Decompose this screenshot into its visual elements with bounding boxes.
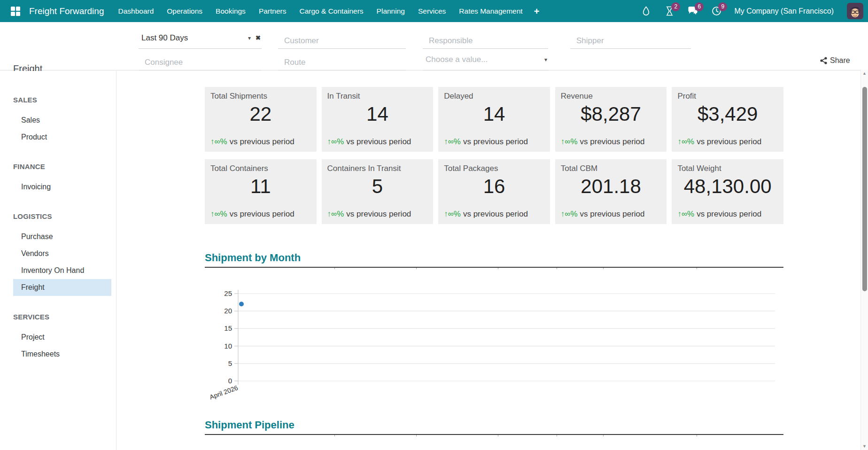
sidebar-item-invoicing[interactable]: Invoicing <box>0 178 116 195</box>
main-menu: Dashboard Operations Bookings Partners C… <box>118 7 522 16</box>
user-avatar[interactable] <box>847 3 863 19</box>
share-icon <box>820 57 827 64</box>
share-button[interactable]: Share <box>820 56 850 65</box>
svg-text:10: 10 <box>224 342 232 350</box>
nav-item-planning[interactable]: Planning <box>377 7 405 16</box>
apps-grid-icon[interactable] <box>8 4 23 18</box>
kpi-label: Total Shipments <box>210 92 311 101</box>
sidebar-section-finance: FINANCE Invoicing <box>0 163 116 195</box>
nav-item-dashboard[interactable]: Dashboard <box>118 7 154 16</box>
trend-up-icon: ↑∞% <box>677 137 694 146</box>
kpi-trend: ↑∞%vs previous period <box>210 137 311 147</box>
kpi-value: 5 <box>327 175 428 198</box>
svg-text:5: 5 <box>228 359 232 367</box>
trend-text: vs previous period <box>230 209 294 218</box>
svg-text:April 2026: April 2026 <box>209 384 239 401</box>
chevron-down-icon[interactable]: ▾ <box>248 35 251 41</box>
clear-filter-icon[interactable]: ✖ <box>256 34 261 41</box>
consignee-input[interactable] <box>139 54 262 70</box>
nav-item-bookings[interactable]: Bookings <box>216 7 246 16</box>
trend-up-icon: ↑∞% <box>444 137 461 146</box>
kpi-trend: ↑∞%vs previous period <box>677 137 778 147</box>
sidebar-item-purchase[interactable]: Purchase <box>0 228 116 245</box>
customer-input[interactable] <box>278 33 406 48</box>
chevron-down-icon[interactable]: ▾ <box>544 56 547 63</box>
sidebar-item-vendors[interactable]: Vendors <box>0 245 116 262</box>
kpi-label: Revenue <box>561 92 661 101</box>
kpi-value: 48,130.00 <box>677 175 778 198</box>
customer-filter <box>278 33 406 49</box>
sidebar-item-timesheets[interactable]: Timesheets <box>0 346 116 363</box>
responsible-input[interactable] <box>423 33 548 48</box>
kpi-value: 14 <box>327 103 428 125</box>
nav-item-cargo-containers[interactable]: Cargo & Containers <box>299 7 363 16</box>
vertical-scrollbar[interactable]: ▲ ▼ <box>860 70 868 450</box>
droplet-glyph <box>642 6 650 16</box>
scroll-down-arrow-icon[interactable]: ▼ <box>861 442 868 450</box>
kpi-value: $3,429 <box>677 103 778 125</box>
shipper-filter <box>570 33 691 49</box>
choose-value-select[interactable]: Choose a value... ▾ <box>423 54 548 70</box>
nav-item-services[interactable]: Services <box>418 7 446 16</box>
nav-item-rates-management[interactable]: Rates Management <box>459 7 522 16</box>
activity-badge: 9 <box>718 2 727 11</box>
kpi-trend: ↑∞%vs previous period <box>677 209 778 219</box>
kpi-card-total-weight: Total Weight 48,130.00 ↑∞%vs previous pe… <box>672 159 783 224</box>
avatar-image <box>847 3 863 19</box>
svg-text:0: 0 <box>228 377 232 385</box>
kpi-label: In Transit <box>327 92 428 101</box>
kpi-card-profit: Profit $3,429 ↑∞%vs previous period <box>672 87 783 152</box>
dashboard-content: Total Shipments 22 ↑∞%vs previous period… <box>117 71 868 450</box>
kpi-grid: Total Shipments 22 ↑∞%vs previous period… <box>205 87 783 224</box>
kpi-trend: ↑∞%vs previous period <box>444 137 544 147</box>
sidebar-section-title: SERVICES <box>0 313 116 322</box>
messages-icon[interactable]: 6 <box>687 6 698 17</box>
trend-up-icon: ↑∞% <box>210 209 227 218</box>
kpi-label: Total Containers <box>210 164 311 173</box>
sidebar-item-product[interactable]: Product <box>0 129 116 146</box>
trend-up-icon: ↑∞% <box>327 209 344 218</box>
svg-text:15: 15 <box>224 324 232 332</box>
kpi-trend: ↑∞%vs previous period <box>327 209 428 219</box>
control-panel: Freight Last 90 Days ▾ ✖ Choose a value.… <box>0 22 868 70</box>
shipper-input[interactable] <box>570 33 691 48</box>
company-switcher[interactable]: My Company (San Francisco) <box>734 7 834 16</box>
section-divider <box>205 267 783 268</box>
sidebar-item-project[interactable]: Project <box>0 329 116 346</box>
plus-icon[interactable]: + <box>534 7 540 16</box>
sidebar-item-inventory-on-hand[interactable]: Inventory On Hand <box>0 262 116 279</box>
trend-up-icon: ↑∞% <box>677 209 694 218</box>
svg-text:20: 20 <box>224 307 232 315</box>
kpi-value: $8,287 <box>561 103 661 125</box>
kpi-card-total-containers: Total Containers 11 ↑∞%vs previous perio… <box>205 159 317 224</box>
activity-clock-icon[interactable]: 9 <box>711 6 722 17</box>
hourglass-icon[interactable]: 2 <box>664 6 675 17</box>
route-filter <box>278 54 406 70</box>
kpi-trend: ↑∞%vs previous period <box>561 209 661 219</box>
scroll-up-arrow-icon[interactable]: ▲ <box>861 70 868 77</box>
kpi-card-containers-in-transit: Containers In Transit 5 ↑∞%vs previous p… <box>322 159 434 224</box>
line-chart-canvas: 0510152025April 2026 <box>205 277 783 405</box>
date-range-filter[interactable]: Last 90 Days ▾ ✖ <box>139 33 262 49</box>
kpi-card-revenue: Revenue $8,287 ↑∞%vs previous period <box>555 87 667 152</box>
nav-item-operations[interactable]: Operations <box>167 7 202 16</box>
droplet-icon[interactable] <box>640 6 651 17</box>
section-title-shipment-by-month: Shipment by Month <box>205 252 783 264</box>
sidebar-section-title: SALES <box>0 96 116 105</box>
scrollbar-thumb[interactable] <box>862 87 867 291</box>
nav-item-partners[interactable]: Partners <box>259 7 287 16</box>
sidebar-section-title: FINANCE <box>0 163 116 172</box>
responsible-filter <box>423 33 548 49</box>
app-brand-title[interactable]: Freight Forwarding <box>29 6 104 16</box>
sidebar-item-sales[interactable]: Sales <box>0 112 116 129</box>
route-input[interactable] <box>278 54 406 70</box>
sidebar-section-title: LOGISTICS <box>0 212 116 222</box>
share-label: Share <box>830 56 850 65</box>
trend-text: vs previous period <box>346 137 411 146</box>
trend-up-icon: ↑∞% <box>444 209 461 218</box>
date-range-value[interactable]: Last 90 Days <box>141 33 248 43</box>
sidebar-item-freight[interactable]: Freight <box>13 279 111 296</box>
kpi-value: 22 <box>210 103 311 125</box>
kpi-trend: ↑∞%vs previous period <box>327 137 428 147</box>
trend-text: vs previous period <box>230 137 294 146</box>
